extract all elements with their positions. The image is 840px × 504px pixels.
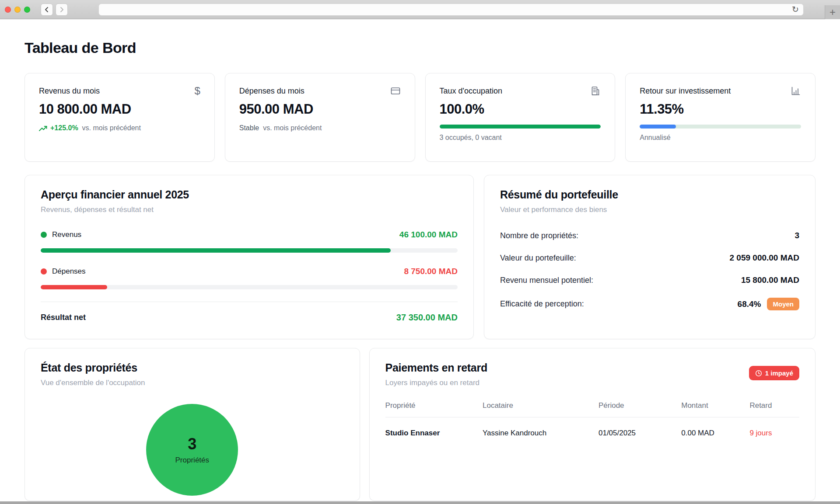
net-amount: 37 350.00 MAD	[396, 313, 458, 323]
depenses-legend: Dépenses	[41, 267, 86, 276]
financial-overview-card: Aperçu financier annuel 2025 Revenus, dé…	[24, 175, 474, 339]
portfolio-value: 3	[794, 231, 799, 240]
trend-up-wrap: +125.0%	[39, 124, 78, 132]
page-title: Tableau de Bord	[24, 19, 816, 56]
revenus-legend: Revenus	[41, 230, 81, 239]
chevron-left-icon	[43, 6, 50, 13]
revenus-bar-fill	[41, 248, 391, 253]
cell-property: Studio Ennaser	[385, 429, 483, 438]
minimize-window-button[interactable]	[14, 7, 21, 13]
bar-chart-icon	[791, 86, 801, 96]
zoom-window-button[interactable]	[24, 7, 30, 13]
back-button[interactable]	[41, 3, 53, 16]
properties-count: 3	[188, 435, 196, 453]
properties-count-label: Propriétés	[175, 456, 209, 465]
column-header: Montant	[681, 401, 749, 410]
portfolio-label: Revenu mensuel potentiel:	[500, 276, 593, 285]
divider	[41, 302, 458, 302]
browser-nav	[41, 3, 68, 16]
portfolio-subtitle: Valeur et performance des biens	[500, 205, 799, 214]
properties-subtitle: Vue d'ensemble de l'occupation	[41, 379, 344, 387]
dollar-icon: $	[194, 86, 200, 96]
url-bar[interactable]: ↻	[98, 3, 804, 16]
trending-up-icon	[39, 125, 47, 132]
portfolio-summary-card: Résumé du portefeuille Valeur et perform…	[484, 175, 816, 339]
unpaid-badge-label: 1 impayé	[765, 369, 793, 377]
portfolio-label: Valeur du portefeuille:	[500, 254, 576, 263]
portfolio-label: Nombre de propriétés:	[500, 231, 578, 240]
portfolio-label: Efficacité de perception:	[500, 299, 584, 309]
forward-button[interactable]	[56, 3, 68, 16]
stat-note: Annualisé	[640, 134, 801, 142]
stat-value: 950.00 MAD	[239, 101, 401, 117]
column-header: Période	[598, 401, 681, 410]
column-header: Retard	[749, 401, 799, 410]
chevron-right-icon	[58, 6, 65, 13]
dashboard-page: Tableau de Bord Revenus du mois $ 10 800…	[0, 19, 840, 501]
efficiency-badge: Moyen	[767, 298, 799, 310]
stat-label: Retour sur investissement	[640, 87, 731, 96]
trend-note: vs. mois précédent	[82, 124, 141, 132]
clock-icon	[755, 370, 762, 377]
new-tab-button[interactable]: +	[825, 5, 840, 19]
green-dot-icon	[41, 232, 47, 238]
cell-late: 9 jours	[749, 429, 799, 438]
trend-note: vs. mois précédent	[263, 124, 322, 132]
unpaid-badge: 1 impayé	[749, 366, 799, 380]
cell-period: 01/05/2025	[598, 429, 681, 438]
late-payments-table: Propriété Locataire Période Montant Reta…	[385, 401, 799, 438]
occupancy-circle-chart: 3 Propriétés	[146, 404, 238, 496]
financial-subtitle: Revenus, dépenses et résultat net	[41, 205, 458, 214]
depenses-bar-track	[41, 285, 458, 289]
column-header: Locataire	[483, 401, 598, 410]
late-payments-title: Paiements en retard	[385, 361, 487, 374]
stat-card-roi: Retour sur investissement 11.35% Annuali…	[625, 73, 816, 162]
plus-icon: +	[830, 6, 836, 18]
bottom-row: État des propriétés Vue d'ensemble de l'…	[24, 348, 816, 501]
legend-label: Revenus	[52, 230, 81, 239]
stat-value: 100.0%	[440, 101, 601, 117]
stat-note: 3 occupés, 0 vacant	[440, 134, 601, 142]
column-header: Propriété	[385, 401, 483, 410]
financial-title: Aperçu financier annuel 2025	[41, 188, 458, 201]
portfolio-row: Valeur du portefeuille: 2 059 000.00 MAD	[500, 253, 799, 263]
portfolio-row: Revenu mensuel potentiel: 15 800.00 MAD	[500, 275, 799, 285]
stat-card-occupation: Taux d'occupation 100.0% 3 occupés, 0 va…	[425, 73, 616, 162]
building-icon	[590, 86, 601, 96]
portfolio-value: 2 059 000.00 MAD	[730, 253, 800, 263]
table-row[interactable]: Studio Ennaser Yassine Kandrouch 01/05/2…	[385, 417, 799, 438]
revenus-bar-track	[41, 248, 458, 253]
revenus-amount: 46 100.00 MAD	[399, 230, 458, 240]
depenses-amount: 8 750.00 MAD	[404, 267, 458, 276]
window-controls	[5, 7, 30, 13]
net-label: Résultat net	[41, 313, 86, 322]
roi-progress-fill	[640, 125, 676, 129]
middle-row: Aperçu financier annuel 2025 Revenus, dé…	[24, 175, 816, 339]
portfolio-row: Nombre de propriétés: 3	[500, 231, 799, 240]
stat-card-depenses: Dépenses du mois 950.00 MAD Stable vs. m…	[225, 73, 415, 162]
stat-value: 11.35%	[640, 101, 801, 117]
stat-card-revenus: Revenus du mois $ 10 800.00 MAD +125.0% …	[24, 73, 215, 162]
trend-value: +125.0%	[50, 124, 78, 132]
browser-chrome: ↻ +	[0, 0, 840, 19]
stat-label: Dépenses du mois	[239, 87, 304, 96]
cell-tenant: Yassine Kandrouch	[483, 429, 598, 438]
occupancy-progress-track	[440, 125, 601, 129]
late-payments-card: Paiements en retard Loyers impayés ou en…	[369, 348, 816, 501]
red-dot-icon	[41, 268, 47, 275]
stat-label: Revenus du mois	[39, 87, 100, 96]
close-window-button[interactable]	[5, 7, 11, 13]
window-bottom-edge	[0, 501, 840, 504]
portfolio-value: 15 800.00 MAD	[741, 275, 799, 285]
stat-value: 10 800.00 MAD	[39, 101, 200, 117]
table-header: Propriété Locataire Période Montant Reta…	[385, 401, 799, 417]
credit-card-icon	[390, 86, 401, 96]
portfolio-title: Résumé du portefeuille	[500, 188, 799, 201]
properties-title: État des propriétés	[41, 361, 344, 374]
occupancy-progress-fill	[440, 125, 601, 129]
stat-label: Taux d'occupation	[440, 87, 503, 96]
cell-amount: 0.00 MAD	[681, 429, 749, 438]
reload-icon[interactable]: ↻	[792, 5, 799, 14]
portfolio-value: 68.4%	[738, 299, 761, 309]
roi-progress-track	[640, 125, 801, 129]
